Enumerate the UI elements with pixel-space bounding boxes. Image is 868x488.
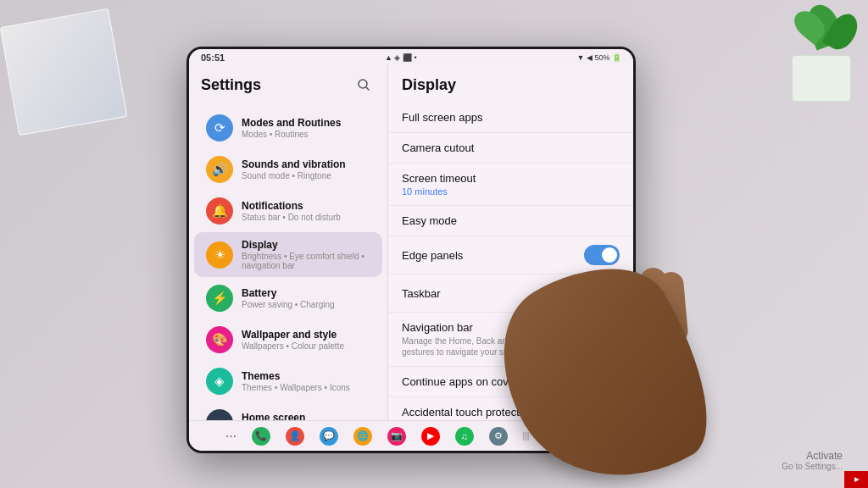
- nav-app-spotify[interactable]: ♫: [455, 427, 474, 446]
- toggle-taskbar[interactable]: [584, 283, 620, 303]
- settings-item-display[interactable]: ☀ Display Brightness • Eye comfort shiel…: [194, 232, 382, 277]
- settings-item-sub-battery: Power saving • Charging: [242, 300, 370, 309]
- status-icons-right: ▼ ◀ 50% 🔋: [577, 53, 621, 62]
- settings-item-name-notifications: Notifications: [242, 200, 370, 212]
- phone-screen: 05:51 ▲ ◈ ⬛ • ▼ ◀ 50% 🔋 Settings: [189, 49, 633, 451]
- settings-item-text-themes: Themes Themes • Wallpapers • Icons: [242, 370, 370, 392]
- settings-item-battery[interactable]: ⚡ Battery Power saving • Charging: [194, 278, 382, 319]
- settings-item-icon-home: ⌂: [206, 409, 233, 420]
- settings-item-icon-sounds: 🔊: [206, 156, 233, 183]
- display-item-name-accidental_touch: Accidental touch protection: [402, 406, 620, 419]
- display-item-fullscreen[interactable]: Full screen apps: [388, 103, 633, 133]
- settings-item-text-modes: Modes and Routines Modes • Routines: [242, 117, 370, 139]
- settings-item-text-notifications: Notifications Status bar • Do not distur…: [242, 200, 370, 222]
- display-item-taskbar[interactable]: Taskbar: [388, 274, 633, 313]
- display-item-desc-navigation: Manage the Home, Back and Recents button…: [402, 336, 620, 358]
- status-bar: 05:51 ▲ ◈ ⬛ • ▼ ◀ 50% 🔋: [189, 49, 633, 64]
- nav-app-phone[interactable]: 📞: [252, 427, 270, 446]
- display-item-row-screen_timeout: Screen timeout 10 minutes: [402, 172, 620, 197]
- settings-item-sub-sounds: Sound mode • Ringtone: [242, 171, 370, 180]
- nav-app-messages[interactable]: 💬: [320, 427, 338, 446]
- settings-item-sub-modes: Modes • Routines: [242, 130, 370, 139]
- display-item-content-fullscreen: Full screen apps: [402, 111, 482, 124]
- watermark-line2: Go to Settings...: [782, 462, 843, 471]
- display-item-name-easy_mode: Easy mode: [402, 214, 457, 227]
- settings-item-name-sounds: Sounds and vibration: [242, 158, 370, 170]
- display-item-sub-screen_timeout: 10 minutes: [402, 186, 476, 197]
- settings-item-text-battery: Battery Power saving • Charging: [242, 287, 370, 309]
- nav-app-app7[interactable]: ⚙: [489, 427, 508, 446]
- nav-app-browser[interactable]: 🌐: [353, 427, 372, 446]
- nav-app-contacts[interactable]: 👤: [286, 427, 304, 446]
- settings-item-text-sounds: Sounds and vibration Sound mode • Ringto…: [242, 158, 370, 180]
- settings-item-sounds[interactable]: 🔊 Sounds and vibration Sound mode • Ring…: [194, 149, 382, 190]
- display-item-accidental_touch[interactable]: Accidental touch protection Protect your…: [388, 397, 633, 420]
- svg-line-1: [366, 87, 369, 90]
- settings-item-name-battery: Battery: [242, 287, 370, 299]
- settings-item-icon-wallpaper: 🎨: [206, 326, 233, 353]
- display-item-row-accidental_touch: Accidental touch protection Protect your…: [402, 406, 620, 420]
- display-item-content-screen_timeout: Screen timeout 10 minutes: [402, 172, 476, 197]
- display-item-name-fullscreen: Full screen apps: [402, 111, 482, 124]
- display-item-name-navigation: Navigation bar: [402, 321, 620, 334]
- nav-app-camera[interactable]: 📷: [387, 427, 406, 446]
- display-item-content-easy_mode: Easy mode: [402, 214, 457, 227]
- plant-decoration: [775, 0, 860, 110]
- display-item-row-navigation: Navigation bar Manage the Home, Back and…: [402, 321, 620, 358]
- display-item-row-taskbar: Taskbar: [402, 283, 620, 303]
- display-item-name-continue_apps: Continue apps on cover screen: [402, 375, 554, 388]
- status-icons-left: ▲ ◈ ⬛ •: [385, 53, 417, 62]
- toggle-edge_panels[interactable]: [584, 245, 620, 265]
- display-item-continue_apps[interactable]: Continue apps on cover screen: [388, 367, 633, 397]
- search-button[interactable]: [352, 73, 376, 97]
- display-item-easy_mode[interactable]: Easy mode: [388, 206, 633, 236]
- nav-app-drawer[interactable]: ⋯: [225, 430, 236, 442]
- settings-item-name-home: Home screen: [242, 412, 370, 420]
- status-time: 05:51: [201, 53, 225, 63]
- settings-item-icon-modes: ⟳: [206, 114, 233, 141]
- nav-app-app8[interactable]: 📅: [544, 427, 563, 446]
- settings-item-name-display: Display: [242, 239, 370, 251]
- settings-item-home[interactable]: ⌂ Home screen Layout • App icon badges: [194, 402, 382, 420]
- settings-item-text-home: Home screen Layout • App icon badges: [242, 412, 370, 420]
- settings-header: Settings: [189, 64, 387, 103]
- nav-app-app9[interactable]: ☰: [578, 427, 597, 446]
- settings-item-modes[interactable]: ⟳ Modes and Routines Modes • Routines: [194, 108, 382, 148]
- display-item-edge_panels[interactable]: Edge panels: [388, 236, 633, 274]
- display-item-name-edge_panels: Edge panels: [402, 249, 463, 262]
- settings-item-notifications[interactable]: 🔔 Notifications Status bar • Do not dist…: [194, 191, 382, 231]
- display-item-row-easy_mode: Easy mode: [402, 214, 620, 227]
- settings-item-sub-themes: Themes • Wallpapers • Icons: [242, 383, 370, 392]
- settings-item-text-wallpaper: Wallpaper and style Wallpapers • Colour …: [242, 329, 370, 351]
- settings-item-name-wallpaper: Wallpaper and style: [242, 329, 370, 341]
- main-content: Settings ⟳ Modes and Routines Modes • Ro…: [189, 64, 633, 420]
- settings-panel: Settings ⟳ Modes and Routines Modes • Ro…: [189, 64, 388, 420]
- display-item-row-fullscreen: Full screen apps: [402, 111, 620, 124]
- settings-item-themes[interactable]: ◈ Themes Themes • Wallpapers • Icons: [194, 361, 382, 402]
- corner-logo: ▶: [844, 471, 868, 488]
- display-item-row-edge_panels: Edge panels: [402, 245, 620, 265]
- settings-item-icon-battery: ⚡: [206, 285, 233, 312]
- nav-separator: |||: [523, 431, 530, 441]
- display-item-name-screen_timeout: Screen timeout: [402, 172, 476, 185]
- display-panel: Display Full screen apps Camera cutout S…: [388, 64, 633, 420]
- nav-app-youtube[interactable]: ▶: [421, 427, 440, 446]
- watermark: Activate Go to Settings...: [782, 450, 843, 471]
- display-item-navigation[interactable]: Navigation bar Manage the Home, Back and…: [388, 313, 633, 367]
- display-panel-title: Display: [388, 73, 633, 103]
- display-item-row-continue_apps: Continue apps on cover screen: [402, 375, 620, 388]
- navigation-bar: ⋯📞👤💬🌐📷▶♫⚙|||📅☰: [189, 420, 633, 451]
- settings-item-sub-notifications: Status bar • Do not disturb: [242, 213, 370, 222]
- settings-list: ⟳ Modes and Routines Modes • Routines 🔊 …: [189, 103, 387, 420]
- settings-item-text-display: Display Brightness • Eye comfort shield …: [242, 239, 370, 270]
- settings-item-icon-themes: ◈: [206, 368, 233, 395]
- settings-item-wallpaper[interactable]: 🎨 Wallpaper and style Wallpapers • Colou…: [194, 319, 382, 360]
- settings-item-name-themes: Themes: [242, 370, 370, 382]
- display-item-screen_timeout[interactable]: Screen timeout 10 minutes: [388, 164, 633, 206]
- display-item-content-continue_apps: Continue apps on cover screen: [402, 375, 554, 388]
- settings-item-icon-notifications: 🔔: [206, 197, 233, 225]
- display-item-name-camera_cutout: Camera cutout: [402, 141, 474, 154]
- display-item-row-camera_cutout: Camera cutout: [402, 141, 620, 154]
- display-item-content-taskbar: Taskbar: [402, 287, 441, 300]
- display-item-camera_cutout[interactable]: Camera cutout: [388, 133, 633, 164]
